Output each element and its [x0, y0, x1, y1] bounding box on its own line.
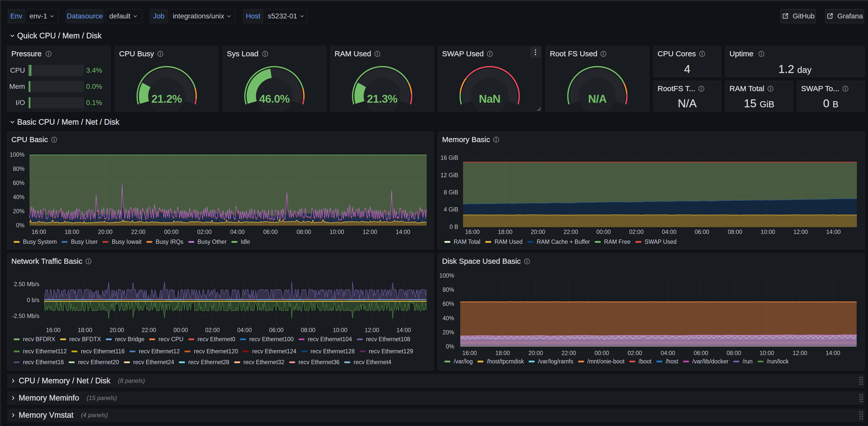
svg-text:N/A: N/A — [588, 93, 607, 105]
svg-text:21.2%: 21.2% — [151, 93, 182, 105]
svg-text:NaN: NaN — [479, 93, 501, 105]
svg-text:46.0%: 46.0% — [259, 93, 290, 105]
svg-text:21.3%: 21.3% — [367, 93, 397, 105]
